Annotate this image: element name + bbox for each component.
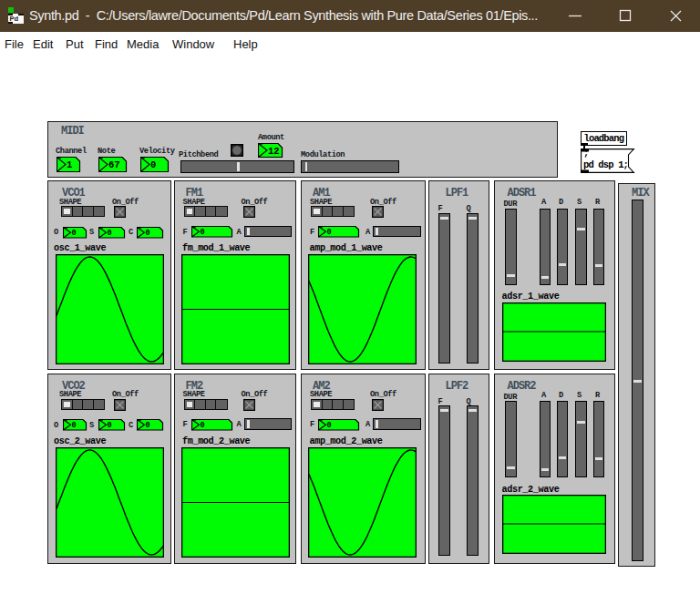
svg-text:0: 0 [108, 421, 112, 430]
svg-text:0: 0 [108, 228, 112, 237]
svg-text:67: 67 [108, 159, 120, 170]
svg-text:0: 0 [327, 420, 332, 429]
svg-text:Pd: Pd [10, 15, 19, 23]
svg-text:0: 0 [200, 228, 204, 237]
svg-text:0: 0 [72, 421, 77, 430]
svg-text:0: 0 [146, 421, 150, 430]
svg-text:1: 1 [67, 159, 72, 170]
svg-text:12: 12 [268, 146, 280, 157]
svg-text:0: 0 [146, 228, 150, 237]
svg-text:;: ; [583, 148, 588, 159]
svg-text:pd dsp 1;: pd dsp 1; [583, 159, 628, 170]
svg-text:0: 0 [200, 420, 204, 429]
svg-text:0: 0 [72, 228, 77, 237]
svg-text:0: 0 [150, 159, 156, 170]
svg-text:0: 0 [327, 228, 332, 237]
